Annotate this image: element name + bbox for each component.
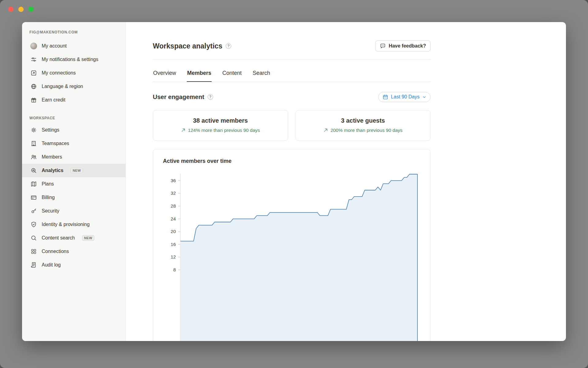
y-tick-label: 24 [171, 216, 176, 222]
help-icon[interactable]: ? [226, 43, 231, 49]
window-controls [8, 7, 34, 12]
shield-check-icon [30, 221, 37, 228]
sidebar-item-my-account[interactable]: My account [22, 39, 126, 53]
zoom-button[interactable] [28, 7, 34, 12]
date-range-selector[interactable]: Last 90 Days [378, 92, 431, 102]
key-icon [30, 207, 37, 215]
y-tick-label: 32 [171, 190, 176, 196]
page-title: Workspace analytics [153, 42, 222, 50]
arrow-out-square-icon [30, 69, 37, 77]
calendar-icon [383, 94, 388, 100]
analytics-magnifier-icon [30, 167, 37, 174]
account-avatar [30, 42, 37, 50]
y-tick-label: 12 [171, 254, 176, 260]
active-guests-stat-card: 3 active guests 200% more than previous … [296, 110, 431, 141]
sidebar-item-settings[interactable]: Settings [22, 123, 126, 137]
building-icon [30, 140, 37, 147]
active-members-stat-card: 38 active members 124% more than previou… [153, 110, 288, 141]
globe-icon [30, 83, 37, 90]
people-icon [30, 153, 37, 161]
sidebar-item-members[interactable]: Members [22, 150, 126, 164]
chart-plot [178, 174, 420, 341]
minimize-button[interactable] [18, 7, 24, 12]
tab-content[interactable]: Content [222, 70, 242, 82]
credit-card-icon [30, 194, 37, 201]
tab-overview[interactable]: Overview [153, 70, 176, 82]
sidebar-item-earn-credit[interactable]: Earn credit [22, 93, 126, 107]
help-icon[interactable]: ? [208, 94, 213, 100]
gift-icon [30, 96, 37, 104]
audit-log-icon [30, 261, 37, 269]
workspace-section-label: WORKSPACE [22, 116, 126, 120]
members-chart-svg [178, 174, 421, 341]
sidebar-item-connections[interactable]: Connections [22, 245, 126, 258]
sidebar-item-teamspaces[interactable]: Teamspaces [22, 137, 126, 150]
chart-title: Active members over time [163, 158, 420, 164]
sliders-icon [30, 56, 37, 63]
active-members-chart-card: Active members over time 363228242016128 [153, 149, 431, 341]
close-button[interactable] [8, 7, 13, 12]
account-email: FIG@MAKENOTION.COM [22, 30, 126, 34]
active-guests-value: 3 active guests [296, 117, 431, 124]
desktop-background: FIG@MAKENOTION.COM My account My notific… [0, 0, 588, 368]
feedback-button-label: Have feedback? [389, 43, 426, 49]
active-guests-delta: 200% more than previous 90 days [296, 128, 431, 133]
user-engagement-heading: User engagement [153, 94, 204, 101]
active-members-delta: 124% more than previous 90 days [153, 128, 288, 133]
y-tick-label: 20 [171, 228, 176, 235]
user-engagement-heading-row: User engagement ? [153, 94, 213, 101]
analytics-tabs: Overview Members Content Search [153, 59, 431, 82]
grid-icon [30, 248, 37, 255]
map-icon [30, 180, 37, 188]
sidebar-item-notifications-settings[interactable]: My notifications & settings [22, 53, 126, 66]
y-tick-label: 16 [171, 241, 176, 247]
tab-search[interactable]: Search [252, 70, 270, 82]
area-fill [180, 174, 417, 341]
search-icon [30, 234, 37, 242]
y-tick-label: 36 [171, 178, 176, 184]
new-badge: NEW [70, 168, 83, 173]
have-feedback-button[interactable]: Have feedback? [375, 40, 431, 52]
settings-window: FIG@MAKENOTION.COM My account My notific… [22, 22, 566, 341]
gear-icon [30, 126, 37, 134]
chevron-down-icon [422, 95, 426, 99]
y-tick-label: 28 [171, 203, 176, 209]
sidebar-item-identity-provisioning[interactable]: Identity & provisioning [22, 218, 126, 231]
sidebar-item-analytics[interactable]: Analytics NEW [22, 164, 126, 177]
sidebar-item-content-search[interactable]: Content search NEW [22, 231, 126, 245]
sidebar-item-plans[interactable]: Plans [22, 177, 126, 191]
tab-members[interactable]: Members [187, 70, 212, 82]
active-members-value: 38 active members [153, 117, 288, 124]
new-badge: NEW [82, 235, 95, 241]
sidebar-item-language-region[interactable]: Language & region [22, 80, 126, 93]
sidebar-item-security[interactable]: Security [22, 204, 126, 218]
page-title-row: Workspace analytics ? [153, 42, 231, 50]
analytics-main-panel: Workspace analytics ? Have feedback? [126, 22, 566, 341]
trend-up-icon [181, 128, 186, 132]
trend-up-icon [323, 128, 328, 132]
settings-sidebar: FIG@MAKENOTION.COM My account My notific… [22, 22, 126, 341]
feedback-bubble-icon [380, 43, 386, 49]
sidebar-item-billing[interactable]: Billing [22, 191, 126, 204]
sidebar-item-audit-log[interactable]: Audit log [22, 258, 126, 272]
chart-y-axis: 363228242016128 [163, 174, 176, 341]
y-tick-label: 8 [173, 267, 176, 273]
date-range-label: Last 90 Days [391, 94, 420, 100]
sidebar-item-my-connections[interactable]: My connections [22, 66, 126, 80]
